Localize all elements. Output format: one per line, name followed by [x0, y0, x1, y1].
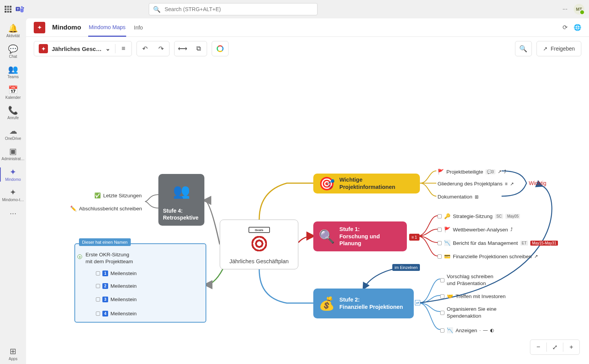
- search-input[interactable]: [165, 6, 313, 12]
- bell-icon: 🔔: [8, 24, 18, 33]
- goals-icon: Goals: [244, 227, 275, 254]
- leaf-strategie[interactable]: 🔑Strategie-SitzungSCMay05: [438, 213, 520, 219]
- money-bag-icon: 💰: [319, 295, 335, 312]
- waffle-icon[interactable]: [5, 6, 12, 13]
- wichtig-label: Wichtig: [529, 180, 546, 186]
- rail-mindomo[interactable]: ✦Mindomo: [0, 164, 26, 185]
- rail-teams[interactable]: 👥Teams: [0, 62, 26, 82]
- toolbar: ✦ Jährliches Gesc… ⌄ ≡ ↶ ↷ ⟷ ⧉ 🔍 ↗Freige…: [26, 37, 589, 61]
- im-einzelnen-tag: im Einzelnen: [392, 264, 420, 271]
- rail-chat[interactable]: 💬Chat: [0, 41, 26, 62]
- node-stage-4[interactable]: 👥 Stufe 4: Retrospektive: [158, 174, 204, 226]
- node-center[interactable]: Goals Jährliches Geschäftplan: [220, 220, 298, 269]
- mindomo-icon: ✦: [10, 167, 16, 177]
- rail-calendar[interactable]: 📅Kalender: [0, 82, 26, 103]
- people-board-icon: 👥: [162, 178, 201, 205]
- doc-name: Jährliches Gesc…: [52, 46, 102, 52]
- rail-more[interactable]: ···: [0, 205, 26, 221]
- rail-mindomo-t[interactable]: ✦Mindomo-t…: [0, 185, 26, 205]
- search-box[interactable]: 🔍: [149, 3, 318, 15]
- note-badge[interactable]: 1: [409, 234, 420, 241]
- leaf-ms3[interactable]: 3Meilenstein: [96, 297, 137, 302]
- mindomo-logo-icon: ✦: [39, 44, 48, 53]
- app-main: ✦ Mindomo Mindomo Maps Info ⟳ 🌐 ✦ Jährli…: [26, 18, 589, 364]
- layout-button-2[interactable]: ⧉: [191, 41, 207, 56]
- leaf-bericht-mgmt[interactable]: 📉Bericht für das ManagementETMay15-May31: [438, 240, 558, 246]
- teams-logo-icon: T: [15, 5, 25, 14]
- rail-admin[interactable]: ▣Administrat…: [0, 144, 26, 164]
- avatar[interactable]: MT: [574, 4, 584, 15]
- leaf-wettbewerber[interactable]: 🚩Wettbewerber-Analysen⤴: [438, 226, 513, 233]
- left-rail: 🔔Aktivität 💬Chat 👥Teams 📅Kalender 📞Anruf…: [0, 18, 26, 364]
- leaf-ms2[interactable]: 2Meilenstein: [96, 283, 137, 289]
- expand-toggle-icon[interactable]: ⇄: [415, 300, 420, 305]
- leaf-ms1[interactable]: 1Meilenstein: [96, 271, 137, 276]
- magnifier-icon: 🔍: [319, 228, 335, 244]
- menu-button[interactable]: ≡: [115, 41, 132, 56]
- color-ring-icon: [217, 45, 224, 52]
- target-icon: 🎯: [319, 175, 335, 192]
- chat-icon: 💬: [8, 44, 18, 54]
- zoom-in-button[interactable]: +: [563, 340, 579, 354]
- mindomo-logo-icon: ✦: [34, 22, 45, 33]
- app-header: ✦ Mindomo Mindomo Maps Info ⟳ 🌐: [26, 18, 589, 37]
- rail-onedrive[interactable]: ☁OneDrive: [0, 123, 26, 144]
- cloud-icon: ☁: [9, 126, 17, 136]
- refresh-icon[interactable]: ⟳: [563, 24, 568, 31]
- phone-icon: 📞: [8, 106, 18, 115]
- leaf-anzeigen[interactable]: 📉Anzeigen·—◐: [440, 327, 494, 333]
- people-icon: 👥: [8, 65, 18, 74]
- app-name: Mindomo: [52, 24, 81, 31]
- leaf-okr-sitzung[interactable]: Erste OKR-Sitzung mit dem Projektteam: [86, 251, 137, 265]
- layout-button-1[interactable]: ⟷: [174, 41, 191, 56]
- zoom-out-button[interactable]: −: [530, 340, 546, 354]
- search-icon: 🔍: [153, 6, 161, 13]
- leaf-abschlussbericht[interactable]: ✏️Abschlussbericht schreiben: [70, 205, 142, 212]
- admin-icon: ▣: [9, 147, 17, 156]
- teams-top-bar: T 🔍 ··· MT: [0, 0, 589, 18]
- leaf-ms4[interactable]: 4Meilenstein: [96, 311, 137, 316]
- zoom-fit-button[interactable]: ⤢: [547, 340, 563, 354]
- chevron-down-icon: ⌄: [105, 45, 110, 52]
- tab-info[interactable]: Info: [133, 18, 143, 37]
- leaf-projektbeteiligte[interactable]: 🚩Projektbeteiligte💬3↗⤴: [438, 169, 506, 175]
- search-button[interactable]: 🔍: [515, 41, 531, 56]
- mindomo-icon: ✦: [10, 188, 16, 197]
- rail-apps[interactable]: ⊞Apps: [9, 344, 18, 364]
- node-stage-1[interactable]: 🔍 Stufe 1: Forschung und Planung: [313, 221, 407, 251]
- document-selector[interactable]: ✦ Jährliches Gesc… ⌄: [34, 41, 115, 56]
- leaf-vorschlag[interactable]: Vorschlag schreiben und Präsentation: [440, 273, 502, 287]
- svg-point-2: [21, 6, 23, 8]
- more-icon[interactable]: ···: [563, 6, 568, 13]
- mindmap-canvas[interactable]: Goals Jährliches Geschäftplan 🎯 Wichtige…: [26, 61, 589, 364]
- node-info[interactable]: 🎯 Wichtige Projektinformationen: [313, 174, 420, 193]
- leaf-spenden[interactable]: Organisieren Sie eine Spendenaktion: [440, 306, 502, 320]
- rail-activity[interactable]: 🔔Aktivität: [0, 21, 26, 41]
- undo-button[interactable]: ↶: [137, 41, 153, 56]
- svg-text:T: T: [17, 7, 19, 11]
- box-tag: Dieser hat einen Namen: [79, 238, 131, 246]
- leaf-investoren[interactable]: 🤝Treffen mit Investoren: [440, 293, 506, 299]
- count-badge-icon: 3: [77, 254, 82, 259]
- calendar-icon: 📅: [8, 85, 18, 95]
- svg-point-3: [23, 7, 24, 9]
- leaf-fin-proj[interactable]: 💳Finanzielle Projektionen schreiben↗: [438, 253, 538, 259]
- style-button[interactable]: [212, 41, 228, 56]
- share-button[interactable]: ↗Freigeben: [537, 41, 581, 56]
- rail-calls[interactable]: 📞Anrufe: [0, 103, 26, 123]
- share-icon: ↗: [543, 46, 548, 52]
- redo-button[interactable]: ↷: [153, 41, 169, 56]
- globe-icon[interactable]: 🌐: [574, 24, 581, 31]
- zoom-controls: − ⤢ +: [530, 339, 580, 355]
- center-title: Jährliches Geschäftplan: [229, 258, 289, 264]
- ellipsis-icon: ···: [10, 208, 16, 218]
- leaf-gliederung[interactable]: Gliederung des Projektplans≡↗: [438, 181, 514, 187]
- apps-icon: ⊞: [10, 347, 16, 356]
- leaf-letzte-sitzungen[interactable]: ✅Letzte Sitzungen: [94, 192, 142, 198]
- node-stage-2[interactable]: 💰 Stufe 2: Finanzielle Projektionen: [313, 289, 414, 318]
- tab-mindomo-maps[interactable]: Mindomo Maps: [88, 18, 127, 37]
- leaf-dokumentation[interactable]: Dokumentation⊞: [438, 194, 479, 200]
